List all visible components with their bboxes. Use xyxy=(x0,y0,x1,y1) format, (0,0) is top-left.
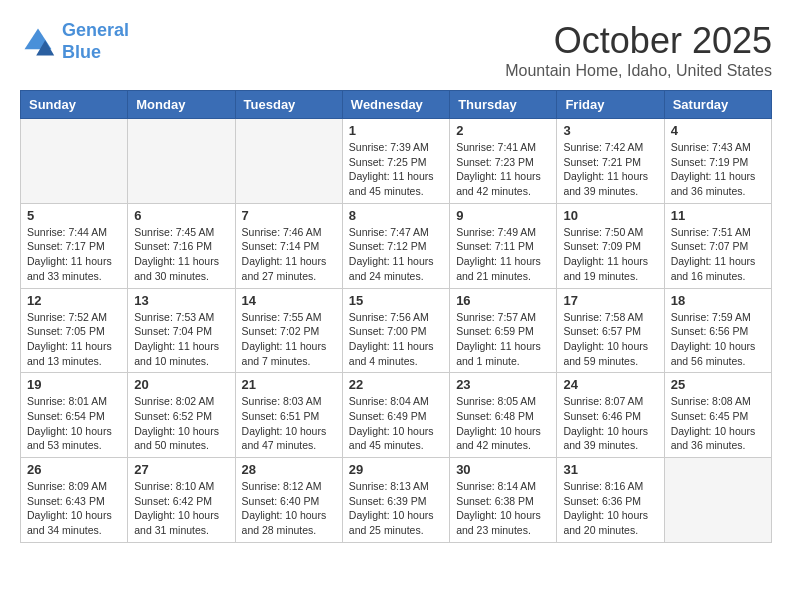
table-row xyxy=(21,119,128,204)
day-info: Sunset: 6:45 PM xyxy=(671,409,765,424)
table-row: 18Sunrise: 7:59 AMSunset: 6:56 PMDayligh… xyxy=(664,288,771,373)
day-info: Sunset: 7:05 PM xyxy=(27,324,121,339)
day-info: Sunrise: 7:47 AM xyxy=(349,225,443,240)
day-info: Sunrise: 8:02 AM xyxy=(134,394,228,409)
calendar-week-row: 26Sunrise: 8:09 AMSunset: 6:43 PMDayligh… xyxy=(21,458,772,543)
table-row xyxy=(128,119,235,204)
day-number: 9 xyxy=(456,208,550,223)
day-info: Daylight: 10 hours and 36 minutes. xyxy=(671,424,765,453)
table-row: 7Sunrise: 7:46 AMSunset: 7:14 PMDaylight… xyxy=(235,203,342,288)
day-info: Daylight: 11 hours and 21 minutes. xyxy=(456,254,550,283)
day-info: Sunset: 6:49 PM xyxy=(349,409,443,424)
calendar-header-row: Sunday Monday Tuesday Wednesday Thursday… xyxy=(21,91,772,119)
day-info: Sunrise: 7:56 AM xyxy=(349,310,443,325)
day-number: 25 xyxy=(671,377,765,392)
calendar-week-row: 12Sunrise: 7:52 AMSunset: 7:05 PMDayligh… xyxy=(21,288,772,373)
header: General Blue October 2025 Mountain Home,… xyxy=(20,20,772,80)
day-info: Sunset: 6:54 PM xyxy=(27,409,121,424)
day-info: Sunrise: 8:09 AM xyxy=(27,479,121,494)
logo-icon xyxy=(20,24,56,60)
day-info: Daylight: 11 hours and 13 minutes. xyxy=(27,339,121,368)
day-number: 16 xyxy=(456,293,550,308)
table-row: 15Sunrise: 7:56 AMSunset: 7:00 PMDayligh… xyxy=(342,288,449,373)
logo-line1: General xyxy=(62,20,129,40)
table-row: 2Sunrise: 7:41 AMSunset: 7:23 PMDaylight… xyxy=(450,119,557,204)
day-number: 8 xyxy=(349,208,443,223)
day-info: Sunrise: 7:42 AM xyxy=(563,140,657,155)
calendar-week-row: 1Sunrise: 7:39 AMSunset: 7:25 PMDaylight… xyxy=(21,119,772,204)
day-number: 7 xyxy=(242,208,336,223)
day-info: Sunset: 7:12 PM xyxy=(349,239,443,254)
header-saturday: Saturday xyxy=(664,91,771,119)
day-info: Sunrise: 8:07 AM xyxy=(563,394,657,409)
calendar: Sunday Monday Tuesday Wednesday Thursday… xyxy=(20,90,772,543)
calendar-week-row: 5Sunrise: 7:44 AMSunset: 7:17 PMDaylight… xyxy=(21,203,772,288)
day-info: Sunrise: 8:10 AM xyxy=(134,479,228,494)
day-info: Daylight: 11 hours and 42 minutes. xyxy=(456,169,550,198)
header-sunday: Sunday xyxy=(21,91,128,119)
day-number: 2 xyxy=(456,123,550,138)
day-number: 1 xyxy=(349,123,443,138)
day-info: Daylight: 11 hours and 36 minutes. xyxy=(671,169,765,198)
table-row: 17Sunrise: 7:58 AMSunset: 6:57 PMDayligh… xyxy=(557,288,664,373)
day-number: 17 xyxy=(563,293,657,308)
day-info: Sunset: 6:56 PM xyxy=(671,324,765,339)
table-row: 26Sunrise: 8:09 AMSunset: 6:43 PMDayligh… xyxy=(21,458,128,543)
table-row: 31Sunrise: 8:16 AMSunset: 6:36 PMDayligh… xyxy=(557,458,664,543)
day-number: 22 xyxy=(349,377,443,392)
day-info: Daylight: 11 hours and 4 minutes. xyxy=(349,339,443,368)
day-number: 15 xyxy=(349,293,443,308)
day-info: Sunrise: 7:49 AM xyxy=(456,225,550,240)
table-row: 16Sunrise: 7:57 AMSunset: 6:59 PMDayligh… xyxy=(450,288,557,373)
day-info: Daylight: 10 hours and 45 minutes. xyxy=(349,424,443,453)
table-row: 13Sunrise: 7:53 AMSunset: 7:04 PMDayligh… xyxy=(128,288,235,373)
day-number: 21 xyxy=(242,377,336,392)
day-info: Daylight: 11 hours and 10 minutes. xyxy=(134,339,228,368)
logo: General Blue xyxy=(20,20,129,63)
day-info: Sunset: 7:16 PM xyxy=(134,239,228,254)
day-number: 6 xyxy=(134,208,228,223)
day-number: 18 xyxy=(671,293,765,308)
day-info: Sunset: 6:43 PM xyxy=(27,494,121,509)
day-info: Sunrise: 8:08 AM xyxy=(671,394,765,409)
day-info: Sunrise: 8:04 AM xyxy=(349,394,443,409)
day-number: 11 xyxy=(671,208,765,223)
logo-line2: Blue xyxy=(62,42,101,62)
day-number: 23 xyxy=(456,377,550,392)
day-info: Sunrise: 7:57 AM xyxy=(456,310,550,325)
day-info: Sunrise: 8:16 AM xyxy=(563,479,657,494)
day-info: Daylight: 11 hours and 39 minutes. xyxy=(563,169,657,198)
day-info: Daylight: 11 hours and 30 minutes. xyxy=(134,254,228,283)
day-info: Sunset: 6:39 PM xyxy=(349,494,443,509)
table-row: 30Sunrise: 8:14 AMSunset: 6:38 PMDayligh… xyxy=(450,458,557,543)
day-info: Sunset: 7:07 PM xyxy=(671,239,765,254)
table-row: 27Sunrise: 8:10 AMSunset: 6:42 PMDayligh… xyxy=(128,458,235,543)
day-info: Sunset: 6:38 PM xyxy=(456,494,550,509)
day-info: Sunrise: 8:14 AM xyxy=(456,479,550,494)
day-info: Sunset: 7:23 PM xyxy=(456,155,550,170)
day-info: Daylight: 10 hours and 50 minutes. xyxy=(134,424,228,453)
day-info: Sunset: 7:00 PM xyxy=(349,324,443,339)
table-row: 23Sunrise: 8:05 AMSunset: 6:48 PMDayligh… xyxy=(450,373,557,458)
day-info: Daylight: 10 hours and 56 minutes. xyxy=(671,339,765,368)
day-info: Sunset: 6:46 PM xyxy=(563,409,657,424)
day-info: Daylight: 10 hours and 23 minutes. xyxy=(456,508,550,537)
table-row: 4Sunrise: 7:43 AMSunset: 7:19 PMDaylight… xyxy=(664,119,771,204)
location: Mountain Home, Idaho, United States xyxy=(505,62,772,80)
day-info: Sunset: 6:51 PM xyxy=(242,409,336,424)
day-number: 12 xyxy=(27,293,121,308)
day-info: Sunrise: 8:05 AM xyxy=(456,394,550,409)
table-row: 25Sunrise: 8:08 AMSunset: 6:45 PMDayligh… xyxy=(664,373,771,458)
table-row: 28Sunrise: 8:12 AMSunset: 6:40 PMDayligh… xyxy=(235,458,342,543)
header-friday: Friday xyxy=(557,91,664,119)
table-row xyxy=(664,458,771,543)
title-area: October 2025 Mountain Home, Idaho, Unite… xyxy=(505,20,772,80)
header-monday: Monday xyxy=(128,91,235,119)
header-tuesday: Tuesday xyxy=(235,91,342,119)
day-number: 4 xyxy=(671,123,765,138)
day-info: Sunset: 7:09 PM xyxy=(563,239,657,254)
day-number: 3 xyxy=(563,123,657,138)
day-info: Sunset: 7:14 PM xyxy=(242,239,336,254)
table-row: 20Sunrise: 8:02 AMSunset: 6:52 PMDayligh… xyxy=(128,373,235,458)
day-info: Sunset: 7:04 PM xyxy=(134,324,228,339)
